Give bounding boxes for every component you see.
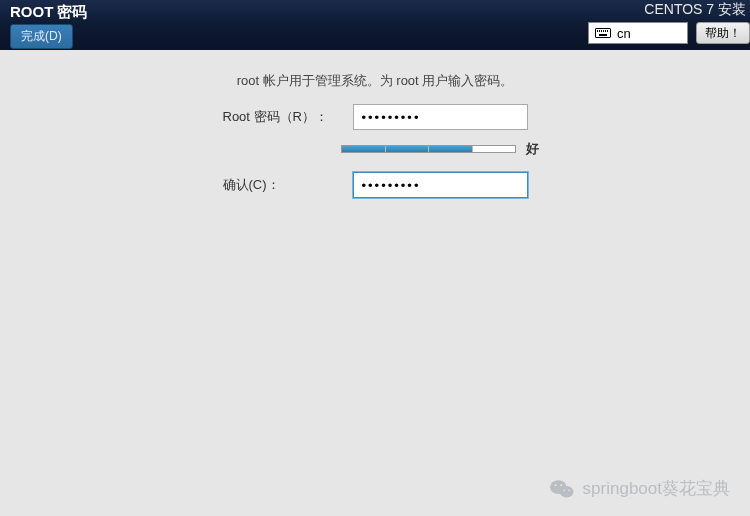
- main-content: root 帐户用于管理系统。为 root 用户输入密码。 Root 密码（R）：…: [0, 50, 750, 230]
- keyboard-layout-selector[interactable]: cn: [588, 22, 688, 44]
- keyboard-icon: [595, 28, 611, 38]
- confirm-password-input[interactable]: [353, 172, 528, 198]
- svg-point-5: [568, 489, 570, 491]
- language-code: cn: [617, 26, 631, 41]
- strength-segment: [386, 146, 430, 152]
- svg-point-3: [560, 484, 562, 486]
- instruction-text: root 帐户用于管理系统。为 root 用户输入密码。: [237, 72, 514, 90]
- svg-point-4: [563, 489, 565, 491]
- wechat-icon: [549, 478, 575, 500]
- password-row: Root 密码（R）：: [223, 104, 528, 130]
- topbar-right: CENTOS 7 安装 cn 帮助！: [588, 0, 750, 44]
- strength-label: 好: [526, 140, 539, 158]
- strength-segment: [473, 146, 516, 152]
- password-label: Root 密码（R）：: [223, 108, 343, 126]
- root-password-input[interactable]: [353, 104, 528, 130]
- top-bar: ROOT 密码 完成(D) CENTOS 7 安装 cn 帮助！: [0, 0, 750, 50]
- password-strength-meter: [341, 145, 516, 153]
- watermark: springboot葵花宝典: [549, 477, 730, 500]
- strength-segment: [342, 146, 386, 152]
- confirm-row: 确认(C)：: [223, 172, 528, 198]
- help-button[interactable]: 帮助！: [696, 22, 750, 44]
- strength-segment: [429, 146, 473, 152]
- watermark-text: springboot葵花宝典: [583, 477, 730, 500]
- strength-row: 好: [341, 140, 539, 158]
- done-button[interactable]: 完成(D): [10, 24, 73, 49]
- svg-point-2: [554, 484, 556, 486]
- topbar-left: ROOT 密码 完成(D): [0, 0, 88, 49]
- svg-point-1: [559, 486, 573, 497]
- confirm-label: 确认(C)：: [223, 176, 343, 194]
- installer-title: CENTOS 7 安装: [644, 1, 746, 19]
- page-title: ROOT 密码: [10, 3, 88, 22]
